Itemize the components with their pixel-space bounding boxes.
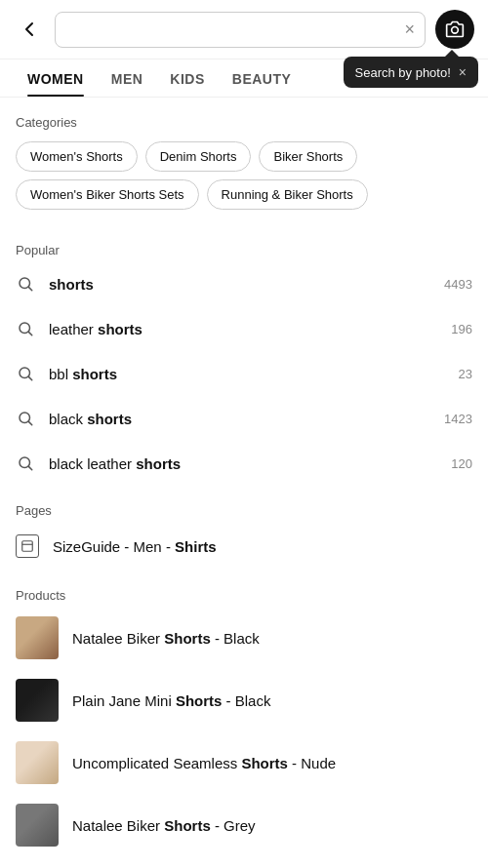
search-icon-1 xyxy=(16,319,35,338)
search-icon-0 xyxy=(16,274,35,294)
tab-men[interactable]: MEN xyxy=(98,59,157,97)
tab-beauty[interactable]: BEAUTY xyxy=(219,59,305,97)
product-name-1: Plain Jane Mini Shorts - Black xyxy=(72,692,270,709)
search-icon-2 xyxy=(16,364,35,383)
page-icon-0 xyxy=(16,534,39,558)
tooltip-close-button[interactable]: × xyxy=(459,64,467,80)
product-name-0: Natalee Biker Shorts - Black xyxy=(72,630,260,647)
tooltip-container: Search by photo! × xyxy=(344,57,478,88)
search-bar: shorts × xyxy=(55,12,426,48)
categories-section: Categories Women's Shorts Denim Shorts B… xyxy=(0,98,488,210)
categories-label: Categories xyxy=(16,115,472,130)
popular-item-3[interactable]: black shorts 1423 xyxy=(0,396,488,441)
popular-item-count-3: 1423 xyxy=(444,412,472,426)
product-thumbnail-2 xyxy=(16,741,59,784)
popular-item-1[interactable]: leather shorts 196 xyxy=(0,306,488,351)
popular-item-text-4: black leather shorts xyxy=(49,455,437,472)
pages-label: Pages xyxy=(0,503,488,518)
header: shorts × Search by photo! × xyxy=(0,0,488,59)
product-name-2: Uncomplicated Seamless Shorts - Nude xyxy=(72,755,336,771)
products-section: Products Natalee Biker Shorts - Black Pl… xyxy=(0,571,488,856)
popular-item-count-4: 120 xyxy=(451,456,472,471)
chip-running-biker-shorts[interactable]: Running & Biker Shorts xyxy=(207,179,368,210)
svg-point-0 xyxy=(452,27,459,34)
camera-search-button[interactable] xyxy=(435,10,474,49)
back-button[interactable] xyxy=(14,14,45,45)
product-thumbnail-1 xyxy=(16,679,59,722)
chip-womens-biker-sets[interactable]: Women's Biker Shorts Sets xyxy=(16,179,199,210)
popular-item-0[interactable]: shorts 4493 xyxy=(0,261,488,306)
products-label: Products xyxy=(0,588,488,603)
pages-section: Pages SizeGuide - Men - Shirts xyxy=(0,486,488,571)
product-item-0[interactable]: Natalee Biker Shorts - Black xyxy=(0,607,488,669)
tooltip-text: Search by photo! xyxy=(355,65,451,80)
popular-item-text-0: shorts xyxy=(49,276,430,293)
product-item-2[interactable]: Uncomplicated Seamless Shorts - Nude xyxy=(0,731,488,794)
svg-rect-6 xyxy=(22,541,33,552)
popular-label: Popular xyxy=(0,243,488,257)
product-name-3: Natalee Biker Shorts - Grey xyxy=(72,817,256,834)
tab-women[interactable]: WOMEN xyxy=(14,59,98,97)
search-icon-3 xyxy=(16,409,35,428)
product-item-3[interactable]: Natalee Biker Shorts - Grey xyxy=(0,794,488,856)
popular-item-4[interactable]: black leather shorts 120 xyxy=(0,441,488,486)
popular-item-2[interactable]: bbl shorts 23 xyxy=(0,351,488,396)
clear-button[interactable]: × xyxy=(404,20,415,40)
page-item-0[interactable]: SizeGuide - Men - Shirts xyxy=(0,522,488,571)
chip-denim-shorts[interactable]: Denim Shorts xyxy=(145,141,252,172)
search-by-photo-tooltip: Search by photo! × xyxy=(344,57,478,88)
popular-item-count-0: 4493 xyxy=(444,277,472,292)
chip-womens-shorts[interactable]: Women's Shorts xyxy=(16,141,138,172)
popular-item-text-1: leather shorts xyxy=(49,321,437,337)
popular-item-count-2: 23 xyxy=(459,367,472,381)
popular-item-text-3: black shorts xyxy=(49,411,430,427)
popular-item-count-1: 196 xyxy=(451,322,472,336)
product-item-1[interactable]: Plain Jane Mini Shorts - Black xyxy=(0,669,488,731)
product-thumbnail-0 xyxy=(16,616,59,659)
page-item-text-0: SizeGuide - Men - Shirts xyxy=(53,538,217,555)
search-input[interactable]: shorts xyxy=(65,20,398,38)
popular-item-text-2: bbl shorts xyxy=(49,366,445,382)
product-thumbnail-3 xyxy=(16,804,59,847)
category-chips: Women's Shorts Denim Shorts Biker Shorts… xyxy=(16,141,472,210)
tab-kids[interactable]: KIDS xyxy=(156,59,218,97)
chip-biker-shorts[interactable]: Biker Shorts xyxy=(259,141,357,172)
popular-section: Popular shorts 4493 leather shorts 196 xyxy=(0,225,488,486)
search-icon-4 xyxy=(16,454,35,473)
